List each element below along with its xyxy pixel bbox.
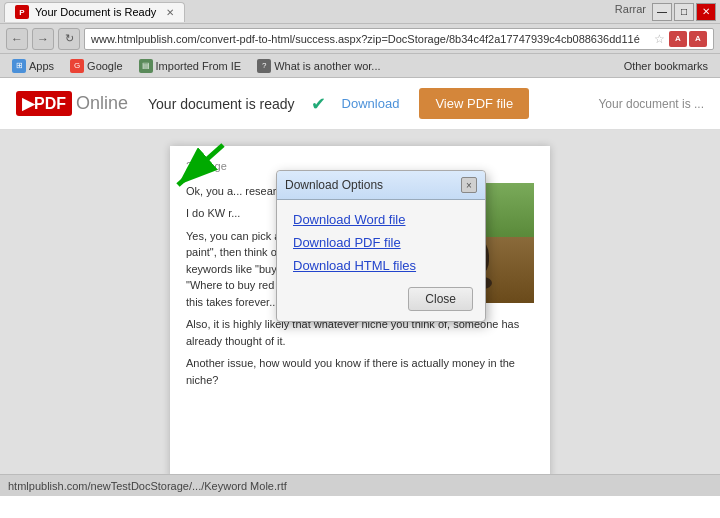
download-options-dialog: Download Options × Download Word file Do… [276,170,486,322]
imported-icon: ▤ [139,59,153,73]
google-icon: G [70,59,84,73]
svg-line-1 [178,145,223,185]
title-bar: P Your Document is Ready ✕ Rarrar — □ ✕ [0,0,720,24]
extension-icon[interactable]: A [669,31,687,47]
bookmarks-bar: ⊞ Apps G Google ▤ Imported From IE ? Wha… [0,54,720,78]
apps-icon: ⊞ [12,59,26,73]
nav-bar: ← → ↻ www.htmlpublish.com/convert-pdf-to… [0,24,720,54]
dialog-title-text: Download Options [285,178,383,192]
dialog-title-bar: Download Options × [277,171,485,200]
bookmarks-other[interactable]: Other bookmarks [620,58,712,74]
browser-tab[interactable]: P Your Document is Ready ✕ [4,2,185,22]
green-arrow-icon [148,140,228,200]
tab-title: Your Document is Ready [35,6,156,18]
bookmarks-apps[interactable]: ⊞ Apps [8,57,58,75]
download-word-link[interactable]: Download Word file [293,212,469,227]
forward-button[interactable]: → [32,28,54,50]
bookmarks-google[interactable]: G Google [66,57,126,75]
bookmark-star-icon[interactable]: ☆ [654,32,665,46]
what-label: What is another wor... [274,60,380,72]
minimize-button[interactable]: — [652,3,672,21]
dialog-close-x-button[interactable]: × [461,177,477,193]
google-label: Google [87,60,122,72]
view-pdf-button[interactable]: View PDF file [419,88,529,119]
main-area: 2 | Page [0,130,720,496]
back-button[interactable]: ← [6,28,28,50]
dialog-close-button[interactable]: Close [408,287,473,311]
apps-label: Apps [29,60,54,72]
bookmarks-what[interactable]: ? What is another wor... [253,57,384,75]
imported-label: Imported From IE [156,60,242,72]
bookmarks-imported[interactable]: ▤ Imported From IE [135,57,246,75]
maximize-button[interactable]: □ [674,3,694,21]
pdf-header: ▶PDF Online Your document is ready ✔ Dow… [0,78,720,130]
close-button[interactable]: ✕ [696,3,716,21]
url-bar[interactable]: www.htmlpublish.com/convert-pdf-to-html/… [84,28,714,50]
pdf-logo-icon: ▶PDF [16,91,72,116]
other-label: Other bookmarks [624,60,708,72]
dialog-body: Download Word file Download PDF file Dow… [277,200,485,281]
download-link[interactable]: Download [342,96,400,111]
dialog-overlay: Download Options × Download Word file Do… [0,130,720,496]
dialog-footer: Close [277,281,485,321]
doc-is-text: Your document is ... [598,97,704,111]
url-text: www.htmlpublish.com/convert-pdf-to-html/… [91,33,650,45]
page-content: ▶PDF Online Your document is ready ✔ Dow… [0,78,720,496]
tab-favicon: P [15,5,29,19]
checkmark-icon: ✔ [311,93,326,115]
tab-close-icon[interactable]: ✕ [166,7,174,18]
download-pdf-link[interactable]: Download PDF file [293,235,469,250]
window-controls: Rarrar — □ ✕ [615,3,716,21]
download-html-link[interactable]: Download HTML files [293,258,469,273]
doc-ready-text: Your document is ready [148,96,295,112]
rarrar-label: Rarrar [615,3,646,21]
extension-icon-2[interactable]: A [689,31,707,47]
pdf-logo-online: Online [76,93,128,114]
refresh-button[interactable]: ↻ [58,28,80,50]
pdf-logo: ▶PDF Online [16,91,128,116]
what-icon: ? [257,59,271,73]
arrow-annotation [148,140,228,203]
